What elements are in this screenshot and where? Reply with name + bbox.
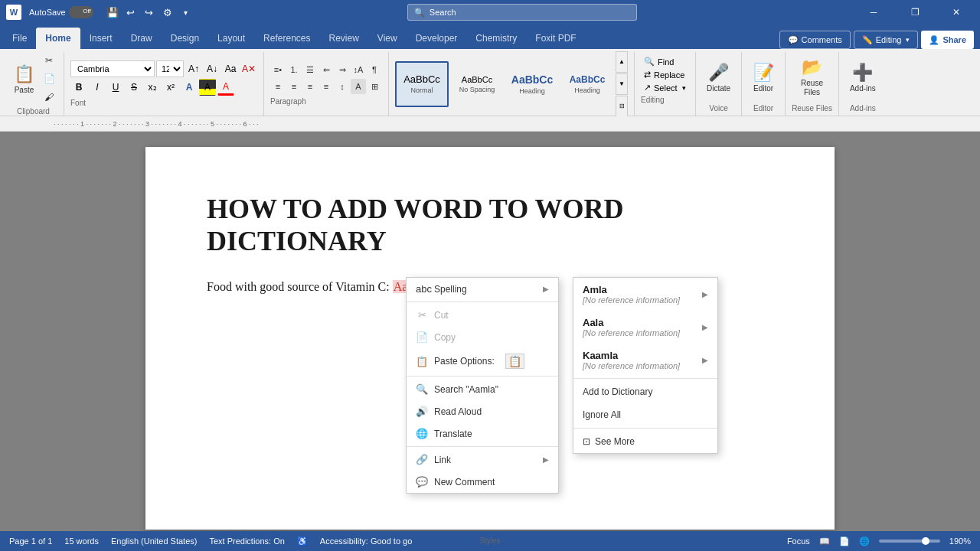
styles-scroll-down[interactable]: ▼ — [616, 73, 628, 95]
tab-insert[interactable]: Insert — [80, 28, 122, 49]
spell-item-kaamla[interactable]: Kaamla [No reference information] ▶ — [573, 344, 717, 377]
spell-ignore-all[interactable]: Ignore All — [573, 403, 717, 426]
multilevel-button[interactable]: ☰ — [302, 62, 318, 77]
strikethrough-button[interactable]: S — [126, 79, 142, 96]
paste-button[interactable]: 📋 Paste — [9, 57, 39, 100]
sort-button[interactable]: ↕A — [351, 62, 366, 77]
document-title: HOW TO ADD WORD TO WORD DICTIONARY — [207, 193, 773, 257]
underline-button[interactable]: U — [107, 79, 124, 96]
ctx-search[interactable]: 🔍 Search "Aamla" — [407, 378, 558, 400]
document-page[interactable]: HOW TO ADD WORD TO WORD DICTIONARY Food … — [145, 147, 835, 530]
track-changes-button[interactable]: ⚙ — [159, 4, 176, 21]
bullets-button[interactable]: ≡• — [270, 62, 286, 77]
search-box[interactable]: 🔍 Search — [407, 4, 637, 21]
shading-button[interactable]: A — [351, 79, 366, 94]
ctx-paste-options[interactable]: 📋 Paste Options: 📋 — [407, 348, 558, 374]
spell-add-to-dict[interactable]: Add to Dictionary — [573, 380, 717, 403]
comments-button[interactable]: 💬 Comments — [779, 31, 851, 49]
increase-font-button[interactable]: A↑ — [185, 60, 202, 77]
spell-see-more[interactable]: ⊡ See More — [573, 430, 717, 453]
ribbon-group-font: Cambria 12 A↑ A↓ Aa A✕ B I U S x₂ x² A A… — [64, 52, 264, 116]
text-effects-button[interactable]: A — [181, 79, 198, 96]
justify-button[interactable]: ≡ — [318, 79, 334, 94]
decrease-font-button[interactable]: A↓ — [204, 60, 220, 77]
align-right-button[interactable]: ≡ — [302, 79, 318, 94]
decrease-indent-button[interactable]: ⇐ — [318, 62, 334, 77]
ctx-read-aloud[interactable]: 🔊 Read Aloud — [407, 400, 558, 422]
spell-item-amla[interactable]: Amla [No reference information] ▶ — [573, 278, 717, 311]
zoom-level[interactable]: 190% — [949, 536, 971, 546]
format-painter-button[interactable]: 🖌 — [41, 89, 57, 106]
align-center-button[interactable]: ≡ — [286, 79, 302, 94]
undo-button[interactable]: ↩ — [122, 4, 139, 21]
ctx-new-comment[interactable]: 💬 New Comment — [407, 471, 558, 493]
zoom-slider[interactable] — [879, 540, 940, 543]
view-read-icon[interactable]: 📖 — [819, 536, 830, 546]
change-case-button[interactable]: Aa — [222, 60, 239, 77]
ctx-spelling[interactable]: abc Spelling ▶ — [407, 278, 558, 300]
numbering-button[interactable]: 1. — [286, 62, 302, 77]
tab-layout[interactable]: Layout — [208, 28, 254, 49]
subscript-button[interactable]: x₂ — [144, 79, 161, 96]
paste-icon-btn[interactable]: 📋 — [505, 354, 524, 369]
focus-label[interactable]: Focus — [787, 536, 810, 546]
styles-scroll-up[interactable]: ▲ — [616, 51, 628, 73]
spell-item-aala[interactable]: Aala [No reference information] ▶ — [573, 311, 717, 344]
paste-label: Paste — [15, 86, 34, 94]
styles-expand[interactable]: ⊟ — [616, 96, 628, 117]
style-heading2[interactable]: AaBbCc Heading — [560, 61, 614, 107]
context-menu: abc Spelling ▶ ✂ Cut 📄 Copy 📋 Paste Opti… — [406, 277, 559, 494]
accessibility-icon: ♿ — [297, 536, 308, 546]
spell-item-row-kaamla: Kaamla [No reference information] ▶ — [583, 350, 708, 370]
increase-indent-button[interactable]: ⇒ — [335, 62, 350, 77]
editor-button[interactable]: 📝 Editor — [748, 56, 779, 99]
reuse-files-button[interactable]: 📂 ReuseFiles — [796, 56, 828, 99]
style-normal[interactable]: AaBbCc Normal — [395, 61, 449, 107]
view-web-icon[interactable]: 🌐 — [859, 536, 870, 546]
more-button[interactable]: ▾ — [178, 4, 194, 21]
tab-draw[interactable]: Draw — [122, 28, 162, 49]
tab-references[interactable]: References — [254, 28, 319, 49]
tab-design[interactable]: Design — [162, 28, 208, 49]
tab-file[interactable]: File — [3, 28, 36, 49]
borders-button[interactable]: ⊞ — [367, 79, 382, 94]
style-heading1[interactable]: AaBbCc Heading — [505, 61, 559, 107]
replace-button[interactable]: ⇄ Replace — [641, 68, 689, 81]
select-button[interactable]: ↗ Select ▾ — [641, 81, 689, 94]
ctx-translate[interactable]: 🌐 Translate — [407, 422, 558, 445]
cut-button[interactable]: ✂ — [41, 52, 57, 69]
ctx-link[interactable]: 🔗 Link ▶ — [407, 448, 558, 471]
show-hide-button[interactable]: ¶ — [367, 62, 382, 77]
restore-button[interactable]: ❐ — [897, 0, 933, 24]
style-nospace[interactable]: AaBbCc No Spacing — [450, 61, 504, 107]
tab-view[interactable]: View — [368, 28, 407, 49]
share-button[interactable]: 👤 Share — [921, 31, 974, 49]
editing-button[interactable]: ✏️ Editing ▾ — [854, 31, 919, 49]
font-color-button[interactable]: A — [217, 79, 234, 96]
find-button[interactable]: 🔍 Find — [641, 55, 689, 68]
copy-button[interactable]: 📄 — [41, 70, 57, 87]
tab-review[interactable]: Review — [319, 28, 368, 49]
bold-button[interactable]: B — [70, 79, 87, 96]
clear-formatting-button[interactable]: A✕ — [240, 60, 257, 77]
autosave-toggle[interactable] — [69, 6, 93, 18]
superscript-button[interactable]: x² — [162, 79, 179, 96]
add-ins-button[interactable]: ➕ Add-ins — [845, 56, 880, 99]
minimize-button[interactable]: ─ — [856, 0, 891, 24]
dictate-button[interactable]: 🎤 Dictate — [702, 56, 735, 99]
save-button[interactable]: 💾 — [104, 4, 121, 21]
redo-button[interactable]: ↪ — [141, 4, 158, 21]
view-print-icon[interactable]: 📄 — [839, 536, 850, 546]
font-face-select[interactable]: Cambria — [70, 60, 155, 77]
tab-chemistry[interactable]: Chemistry — [466, 28, 526, 49]
italic-button[interactable]: I — [89, 79, 106, 96]
link-icon: 🔗 — [416, 454, 428, 465]
tab-developer[interactable]: Developer — [407, 28, 467, 49]
highlight-button[interactable]: A — [199, 79, 216, 96]
font-size-select[interactable]: 12 — [156, 60, 184, 77]
align-left-button[interactable]: ≡ — [270, 79, 286, 94]
tab-foxit[interactable]: Foxit PDF — [526, 28, 585, 49]
tab-home[interactable]: Home — [36, 28, 80, 49]
line-spacing-button[interactable]: ↕ — [335, 79, 350, 94]
close-button[interactable]: ✕ — [939, 0, 974, 24]
